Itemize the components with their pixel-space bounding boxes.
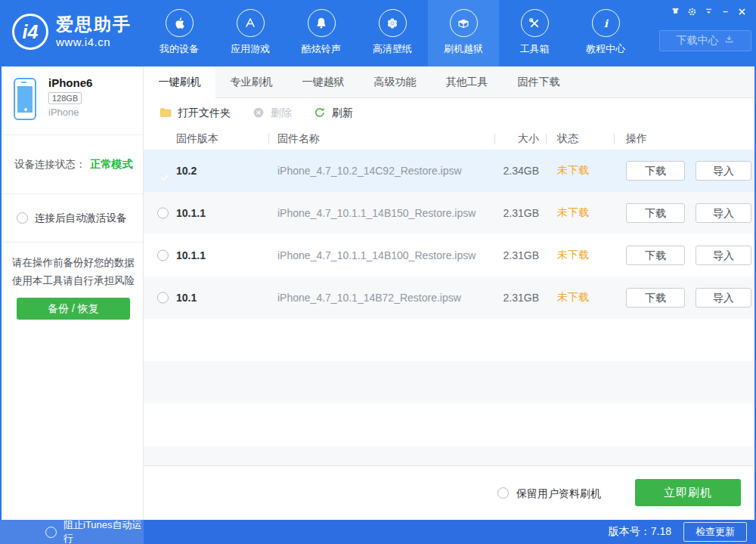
- device-capacity-badge: 128GB: [48, 92, 82, 104]
- tab-one-click-flash[interactable]: 一键刷机: [144, 66, 215, 98]
- firmware-name: iPhone_4.7_10.1_14B72_Restore.ipsw: [277, 292, 461, 304]
- column-action: 操作: [626, 132, 647, 146]
- empty-row: [144, 361, 754, 403]
- download-button[interactable]: 下载: [626, 288, 685, 308]
- app-header: i4 爱思助手 www.i4.cn 我的设备 应用游戏: [0, 0, 756, 66]
- firmware-status: 未下载: [557, 291, 589, 304]
- settings-gear-icon[interactable]: [683, 4, 700, 19]
- column-firmware-version: 固件版本: [176, 132, 218, 146]
- logo-i4-icon: i4: [12, 14, 48, 50]
- window-body: iPhone6 128GB iPhone 设备连接状态： 正常模式 连接后自动激…: [0, 66, 756, 520]
- minimize-icon[interactable]: [717, 4, 733, 19]
- device-info-section: iPhone6 128GB iPhone: [2, 66, 143, 135]
- nav-item-ringtones[interactable]: 酷炫铃声: [286, 0, 357, 66]
- keep-user-data-label: 保留用户资料刷机: [516, 487, 601, 501]
- firmware-version: 10.1.1: [176, 207, 206, 219]
- close-icon[interactable]: [733, 4, 750, 19]
- warning-line-2: 使用本工具请自行承担风险: [12, 272, 143, 290]
- nav-item-my-devices[interactable]: 我的设备: [144, 0, 215, 66]
- refresh-icon: [313, 106, 327, 122]
- check-update-button[interactable]: 检查更新: [683, 522, 747, 542]
- firmware-row[interactable]: 10.1.1 iPhone_4.7_10.1.1_14B150_Restore.…: [144, 192, 754, 234]
- firmware-size: 2.31GB: [503, 207, 539, 219]
- firmware-size: 2.31GB: [503, 292, 539, 304]
- firmware-row[interactable]: 10.1.1 iPhone_4.7_10.1.1_14B100_Restore.…: [144, 234, 754, 277]
- firmware-name: iPhone_4.7_10.2_14C92_Restore.ipsw: [277, 165, 462, 177]
- warning-section: 请在操作前备份好您的数据 使用本工具请自行承担风险 备份 / 恢复: [2, 243, 143, 320]
- device-model: iPhone: [48, 107, 143, 118]
- download-button[interactable]: 下载: [626, 246, 685, 265]
- auto-activate-option[interactable]: 连接后自动激活设备: [2, 194, 143, 243]
- device-sidebar: iPhone6 128GB iPhone 设备连接状态： 正常模式 连接后自动激…: [2, 66, 144, 520]
- firmware-row[interactable]: 10.2 iPhone_4.7_10.2_14C92_Restore.ipsw …: [144, 150, 754, 192]
- import-button[interactable]: 导入: [696, 161, 751, 181]
- refresh-button[interactable]: 刷新: [313, 106, 353, 122]
- flash-footer: 保留用户资料刷机 立即刷机: [144, 465, 754, 520]
- column-status: 状态: [557, 132, 578, 146]
- nav-item-apps-games[interactable]: 应用游戏: [215, 0, 286, 66]
- i4-tools-window: i4 爱思助手 www.i4.cn 我的设备 应用游戏: [0, 0, 756, 544]
- download-button[interactable]: 下载: [626, 161, 685, 181]
- empty-row: [144, 446, 754, 465]
- device-name: iPhone6: [48, 76, 143, 89]
- firmware-status: 未下载: [557, 249, 589, 262]
- backup-restore-button[interactable]: 备份 / 恢复: [17, 298, 130, 320]
- apple-icon: [166, 9, 194, 37]
- skin-icon[interactable]: [667, 4, 683, 19]
- block-itunes-option[interactable]: 阻止iTunes自动运行: [0, 520, 144, 544]
- firmware-size: 2.31GB: [503, 249, 539, 261]
- connection-status-section: 设备连接状态： 正常模式: [2, 135, 143, 194]
- import-button[interactable]: 导入: [696, 288, 751, 308]
- firmware-status: 未下载: [557, 206, 589, 220]
- nav-item-flash-jailbreak[interactable]: 刷机越狱: [428, 0, 499, 66]
- column-firmware-name: 固件名称: [277, 132, 320, 146]
- info-icon: i: [592, 9, 620, 37]
- firmware-version: 10.1: [176, 292, 197, 304]
- firmware-name: iPhone_4.7_10.1.1_14B150_Restore.ipsw: [277, 207, 476, 219]
- flash-now-button[interactable]: 立即刷机: [635, 479, 741, 506]
- firmware-size: 2.34GB: [503, 165, 539, 177]
- nav-item-wallpapers[interactable]: 高清壁纸: [357, 0, 428, 66]
- tab-other-tools[interactable]: 其他工具: [431, 66, 503, 97]
- app-logo: i4 爱思助手 www.i4.cn: [12, 14, 132, 50]
- tab-firmware-download[interactable]: 固件下载: [503, 66, 575, 97]
- collapse-icon[interactable]: [700, 4, 717, 19]
- block-itunes-radio[interactable]: [45, 527, 57, 538]
- firmware-radio[interactable]: [157, 292, 169, 304]
- firmware-radio[interactable]: [157, 250, 169, 261]
- column-divider: [268, 134, 269, 144]
- tab-advanced[interactable]: 高级功能: [359, 66, 431, 97]
- iphone-icon: [14, 78, 36, 120]
- column-divider: [614, 134, 615, 144]
- import-button[interactable]: 导入: [696, 203, 751, 223]
- main-panel: 一键刷机 专业刷机 一键越狱 高级功能 其他工具 固件下载 打开文件夹: [144, 66, 754, 520]
- firmware-version: 10.2: [176, 165, 197, 177]
- nav-item-tutorials[interactable]: i 教程中心: [570, 0, 641, 66]
- keep-user-data-radio[interactable]: [497, 487, 509, 499]
- nav-item-toolbox[interactable]: 工具箱: [499, 0, 570, 66]
- flash-jailbreak-icon: [450, 9, 478, 37]
- warning-line-1: 请在操作前备份好您的数据: [12, 254, 143, 272]
- download-center-button[interactable]: 下载中心: [659, 30, 751, 51]
- firmware-radio[interactable]: [157, 208, 169, 219]
- window-controls: [667, 4, 750, 19]
- svg-text:i: i: [604, 17, 609, 29]
- column-size: 大小: [518, 132, 539, 146]
- tab-pro-flash[interactable]: 专业刷机: [215, 66, 287, 97]
- column-divider: [546, 134, 547, 144]
- auto-activate-radio[interactable]: [17, 212, 28, 224]
- connection-status-label: 设备连接状态：: [14, 158, 86, 172]
- download-icon: [723, 34, 735, 48]
- tab-bar: 一键刷机 专业刷机 一键越狱 高级功能 其他工具 固件下载: [144, 66, 754, 98]
- app-url: www.i4.cn: [56, 36, 132, 48]
- tab-one-click-jailbreak[interactable]: 一键越狱: [287, 66, 359, 97]
- firmware-name: iPhone_4.7_10.1.1_14B100_Restore.ipsw: [277, 249, 476, 261]
- firmware-row[interactable]: 10.1 iPhone_4.7_10.1_14B72_Restore.ipsw …: [144, 277, 754, 319]
- download-button[interactable]: 下载: [626, 203, 685, 223]
- empty-row: [144, 319, 754, 361]
- bell-icon: [308, 9, 336, 37]
- delete-button[interactable]: 删除: [252, 106, 292, 122]
- open-folder-button[interactable]: 打开文件夹: [159, 106, 231, 122]
- import-button[interactable]: 导入: [696, 246, 751, 265]
- firmware-toolbar: 打开文件夹 删除 刷新: [144, 98, 754, 128]
